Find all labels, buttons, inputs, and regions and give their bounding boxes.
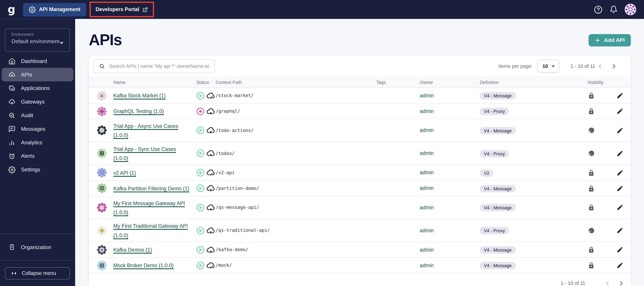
api-management-button[interactable]: API Management — [23, 3, 86, 16]
previous-page-button[interactable] — [602, 278, 612, 286]
next-page-button[interactable] — [608, 61, 618, 71]
applications-icon — [8, 84, 16, 92]
edit-api-button[interactable] — [616, 127, 623, 134]
api-name-link[interactable]: My First Message Gateway API (1.0.0) — [113, 200, 185, 215]
sidebar-item-analytics[interactable]: Analytics — [2, 136, 74, 149]
user-avatar[interactable] — [625, 4, 636, 15]
edit-api-button[interactable] — [616, 169, 623, 176]
api-management-label: API Management — [39, 7, 80, 12]
table-row: Trial App - Sync Use Cases (1.0.0)/todos… — [89, 142, 631, 165]
sidebar-item-gateways[interactable]: Gateways — [2, 95, 74, 109]
edit-api-button[interactable] — [616, 150, 623, 157]
cloud-synced-icon — [206, 91, 215, 100]
api-name-link[interactable]: Mock Broker Demo (1.0.0) — [113, 263, 174, 268]
sidebar-item-dashboard[interactable]: Dashboard — [2, 54, 74, 68]
edit-api-button[interactable] — [616, 185, 623, 192]
owner: admin — [420, 205, 480, 210]
status-started-icon — [196, 149, 204, 157]
help-icon[interactable] — [594, 5, 602, 14]
cloud-download-icon — [8, 98, 16, 106]
apis-card: Items per page: 10 1 - 10 of 11 — [89, 56, 631, 286]
sidebar-item-messages[interactable]: Messages — [2, 122, 74, 136]
api-avatar — [89, 183, 113, 193]
sidebar-item-settings[interactable]: Settings — [2, 163, 74, 176]
add-api-button[interactable]: Add API — [588, 34, 631, 46]
status-started-icon — [196, 226, 204, 235]
audit-icon — [8, 112, 16, 119]
sidebar-item-label: Dashboard — [21, 58, 47, 64]
collapse-icon — [11, 270, 17, 276]
sidebar-item-label: Messages — [21, 126, 45, 132]
next-page-button[interactable] — [616, 278, 626, 286]
context-path: /graphql/ — [216, 109, 376, 114]
definition-badge: V4 - Message — [480, 204, 516, 211]
api-status — [196, 168, 216, 177]
sidebar-item-apis[interactable]: APIs — [2, 68, 74, 81]
api-name-link[interactable]: Kafka Stock Market (1) — [113, 93, 166, 99]
api-name-link[interactable]: v2 API (1) — [113, 170, 136, 176]
external-link-icon — [142, 7, 148, 12]
sidebar-item-audit[interactable]: Audit — [2, 109, 74, 122]
table-row: My First Traditional Gateway API (1.0.0)… — [89, 219, 631, 242]
api-avatar — [89, 260, 113, 270]
edit-api-button[interactable] — [616, 262, 623, 269]
api-name-link[interactable]: My First Traditional Gateway API (1.0.0) — [113, 223, 188, 238]
api-name-link[interactable]: Trial App - Async Use Cases (1.0.0) — [113, 123, 178, 138]
api-status — [196, 184, 216, 193]
definition-badge: V2 — [480, 169, 494, 177]
definition-badge: V4 - Message — [480, 262, 516, 269]
items-per-page-value: 10 — [542, 63, 548, 69]
context-path: /todo-actions/ — [216, 128, 376, 133]
definition-badge: V4 - Message — [480, 185, 516, 192]
edit-api-button[interactable] — [616, 246, 623, 253]
lock-icon — [588, 108, 594, 115]
sidebar-bottom: Organization Collapse menu — [0, 233, 75, 286]
notifications-icon[interactable] — [610, 5, 618, 14]
collapse-menu-button[interactable]: Collapse menu — [5, 267, 70, 279]
api-status — [196, 203, 216, 212]
previous-page-button[interactable] — [595, 61, 605, 71]
sidebar-item-label: Gateways — [21, 99, 45, 105]
edit-api-button[interactable] — [616, 108, 623, 115]
sidebar-item-label: Audit — [21, 112, 33, 119]
api-avatar — [89, 91, 113, 101]
sidebar-item-alerts[interactable]: Alerts — [2, 149, 74, 163]
api-avatar — [89, 168, 113, 178]
api-name-link[interactable]: Kafka Partition Filtering Demo (1) — [113, 186, 189, 191]
table-row: My First Message Gateway API (1.0.0)/qs-… — [89, 196, 631, 219]
table-body: Kafka Stock Market (1)/stock-market/admi… — [89, 88, 631, 273]
developers-portal-label: Developers Portal — [96, 7, 139, 12]
items-per-page-label: Items per page: — [498, 63, 533, 69]
edit-api-button[interactable] — [616, 227, 623, 234]
developers-portal-button-highlighted[interactable]: Developers Portal — [90, 2, 154, 17]
context-path: /qs-traditional-api/ — [216, 228, 376, 233]
api-status — [196, 245, 216, 254]
sidebar-item-organization[interactable]: Organization — [0, 234, 75, 260]
status-started-icon — [196, 261, 204, 269]
status-started-icon — [196, 126, 204, 135]
api-name-link[interactable]: GraphQL Testing (1.0) — [113, 109, 164, 114]
gravitee-logo[interactable]: g — [0, 3, 23, 16]
organization-label: Organization — [21, 244, 51, 250]
sidebar-item-label: APIs — [21, 72, 32, 78]
column-header-definition: Definition — [480, 80, 587, 84]
environment-label: Environment — [12, 32, 64, 37]
topbar-actions — [594, 4, 644, 15]
api-name-link[interactable]: Trial App - Sync Use Cases (1.0.0) — [113, 146, 176, 161]
items-per-page-select[interactable]: 10 — [537, 60, 560, 73]
edit-api-button[interactable] — [616, 204, 623, 211]
table-row: GraphQL Testing (1.0)/graphql/adminV4 - … — [89, 104, 631, 119]
search-field — [94, 59, 215, 73]
table-row: Mock Broker Demo (1.0.0)/mock/adminV4 - … — [89, 258, 631, 273]
api-name-link[interactable]: Kafka Demos (1) — [113, 247, 152, 253]
context-path: /v2-api — [216, 170, 376, 175]
edit-api-button[interactable] — [616, 92, 623, 99]
sidebar-item-applications[interactable]: Applications — [2, 81, 74, 95]
lock-icon — [588, 262, 594, 269]
paginator-top: Items per page: 10 1 - 10 of 11 — [498, 60, 619, 73]
search-input[interactable] — [109, 63, 210, 69]
messages-icon — [8, 125, 16, 133]
cloud-upload-icon — [8, 71, 16, 79]
environment-selector[interactable]: Environment Default environment — [5, 28, 70, 52]
table-header: Name Status Context Path Tags Owner Defi… — [89, 77, 631, 88]
